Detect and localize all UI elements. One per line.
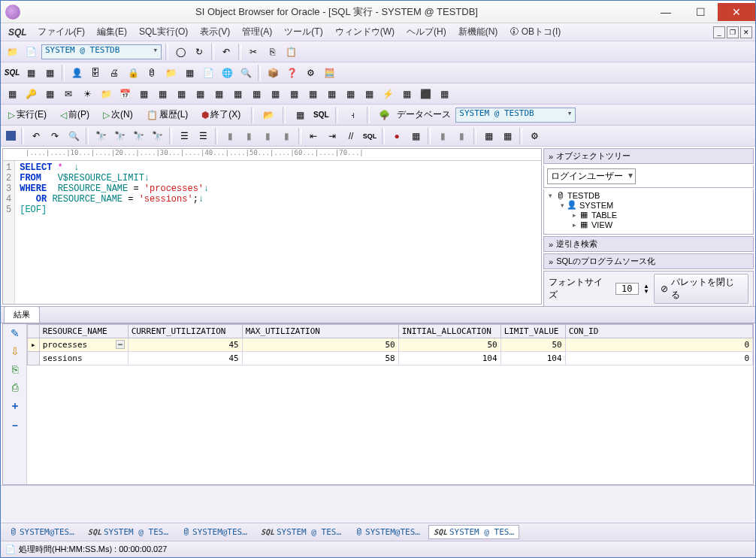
tool-icon[interactable]: ▦ <box>154 86 171 102</box>
cell-ellipsis-button[interactable]: ⋯ <box>116 340 124 349</box>
cell[interactable]: 104 <box>500 352 565 365</box>
login-user-combo[interactable]: ログインユーザー <box>547 168 636 184</box>
window-tab[interactable]: 🛢SYSTEM@TES… <box>177 525 253 539</box>
tree-db[interactable]: TESTDB <box>567 191 600 200</box>
calc-icon[interactable]: 🧮 <box>321 65 337 81</box>
stop-icon[interactable]: ⬛ <box>417 86 434 102</box>
open-icon[interactable]: 📂 <box>260 107 277 123</box>
object-tree[interactable]: ▾🛢TESTDB ▾👤SYSTEM ▸▦TABLE ▸▦VIEW <box>543 190 754 235</box>
connect-button[interactable]: 📁 <box>4 44 20 60</box>
window-tab[interactable]: 🛢SYSTEM@TES… <box>349 525 425 539</box>
col-limit-value[interactable]: LIMIT_VALUE <box>500 325 565 338</box>
copy-button[interactable]: ⎘ <box>264 44 280 60</box>
folder-icon[interactable]: 📁 <box>98 86 114 102</box>
tree-schema[interactable]: SYSTEM <box>579 201 613 210</box>
cell[interactable]: 58 <box>242 352 398 365</box>
binoculars-icon[interactable]: 🔭 <box>111 128 128 144</box>
mdi-restore-button[interactable]: ❐ <box>727 26 739 38</box>
tool-icon[interactable]: ▦ <box>361 86 377 102</box>
edit-icon[interactable]: ✎ <box>11 327 20 339</box>
mdi-close-button[interactable]: ✕ <box>740 26 752 38</box>
code-editor[interactable]: 12345 SELECT * ↓ FROM V$RESOURCE_LIMIT↓ … <box>3 161 541 304</box>
block-icon[interactable]: ▮ <box>240 128 257 144</box>
cell[interactable]: sessions <box>39 352 128 365</box>
cell[interactable]: 45 <box>128 338 242 352</box>
menu-sqlexec[interactable]: SQL実行(O) <box>133 24 194 40</box>
cell[interactable]: 50 <box>500 338 565 352</box>
object-tree-header[interactable]: »オブジェクトツリー <box>543 148 754 164</box>
print-icon[interactable]: 🖨 <box>106 65 122 81</box>
end-button[interactable]: ⬢終了(X) <box>197 107 245 123</box>
database-combo[interactable]: SYSTEM @ TESTDB <box>455 108 576 123</box>
filter-icon[interactable]: ⫞ <box>344 107 361 123</box>
tool-icon[interactable]: ▦ <box>4 86 20 102</box>
window-tab[interactable]: 🛢SYSTEM@TES… <box>4 525 80 539</box>
col-current-util[interactable]: CURRENT_UTILIZATION <box>128 325 242 338</box>
tool-icon[interactable]: ▦ <box>342 86 358 102</box>
close-button[interactable]: ✕ <box>718 3 755 21</box>
menu-file[interactable]: ファイル(F) <box>32 24 91 40</box>
window-tab[interactable]: SQLSYSTEM @ TES… <box>256 525 346 539</box>
tree-icon[interactable]: 🌳 <box>376 107 392 123</box>
grid-icon[interactable]: ▦ <box>292 107 308 123</box>
col-resource-name[interactable]: RESOURCE_NAME <box>39 325 128 338</box>
connection-combo[interactable]: SYSTEM @ TESTDB <box>41 44 162 59</box>
binoculars-icon[interactable]: 🔭 <box>149 128 165 144</box>
tool-icon[interactable]: ▦ <box>41 65 58 81</box>
menu-tools[interactable]: ツール(T) <box>278 24 328 40</box>
close-palette-button[interactable]: ⊘パレットを閉じる <box>654 274 748 304</box>
save-icon[interactable] <box>4 129 17 143</box>
remove-icon[interactable]: － <box>10 419 20 432</box>
cylinder-icon[interactable]: 🛢 <box>144 65 160 81</box>
binoculars-icon[interactable]: 🔭 <box>92 128 109 144</box>
gear-icon[interactable]: ⚙ <box>302 65 319 81</box>
calendar-icon[interactable]: 📅 <box>116 86 133 102</box>
tool-icon[interactable]: ▦ <box>436 86 452 102</box>
exec-button[interactable]: ▷実行(E) <box>4 107 51 123</box>
mdi-minimize-button[interactable]: _ <box>713 26 725 38</box>
add-icon[interactable]: ＋ <box>10 399 20 413</box>
tool-icon[interactable]: ▦ <box>267 86 283 102</box>
history-button[interactable]: 📋履歴(L) <box>142 107 193 123</box>
tool-icon[interactable]: ▦ <box>499 128 516 144</box>
outdent-icon[interactable]: ⇥ <box>324 128 340 144</box>
key-icon[interactable]: 🔑 <box>23 86 39 102</box>
comment-icon[interactable]: // <box>343 128 359 144</box>
tree-table[interactable]: TABLE <box>591 211 617 220</box>
menu-window[interactable]: ウィンドウ(W) <box>329 24 401 40</box>
tool-icon[interactable]: ▦ <box>286 86 302 102</box>
block-icon[interactable]: ▮ <box>259 128 276 144</box>
paste-button[interactable]: 📋 <box>283 44 299 60</box>
block-icon[interactable]: ▮ <box>278 128 295 144</box>
tool-icon[interactable]: ▦ <box>248 86 265 102</box>
result-grid[interactable]: RESOURCE_NAME CURRENT_UTILIZATION MAX_UT… <box>27 324 753 484</box>
gear-icon[interactable]: ⚙ <box>526 128 543 144</box>
indent-icon[interactable]: ⇤ <box>305 128 322 144</box>
record-icon[interactable]: ● <box>389 128 405 144</box>
cell[interactable]: processes⋯ <box>39 338 128 352</box>
window-tab-active[interactable]: SQLSYSTEM @ TES… <box>428 525 519 539</box>
next-button[interactable]: ▷次(N) <box>98 107 138 123</box>
list-icon[interactable]: ☰ <box>195 128 211 144</box>
tool-icon[interactable]: ▦ <box>323 86 340 102</box>
tool-icon[interactable]: ▦ <box>23 65 39 81</box>
cell[interactable]: 0 <box>565 338 752 352</box>
folder-icon[interactable]: 📁 <box>162 65 179 81</box>
cell[interactable]: 50 <box>242 338 398 352</box>
cell[interactable]: 104 <box>398 352 500 365</box>
tool-icon[interactable]: ▦ <box>173 86 189 102</box>
list-icon[interactable]: ☰ <box>176 128 192 144</box>
package-icon[interactable]: 📦 <box>265 65 281 81</box>
menu-obtoko[interactable]: 🛈 OBトコ(I) <box>503 24 567 40</box>
redo-icon[interactable]: ↷ <box>47 128 63 144</box>
sun-icon[interactable]: ☀ <box>79 86 95 102</box>
tool-icon[interactable]: ▦ <box>398 86 415 102</box>
window-tab[interactable]: SQLSYSTEM @ TES… <box>83 525 174 539</box>
tool-icon[interactable]: ▦ <box>229 86 246 102</box>
disconnect-button[interactable]: 📄 <box>23 44 39 60</box>
tool-icon[interactable]: ▦ <box>304 86 321 102</box>
menu-edit[interactable]: 編集(E) <box>91 24 133 40</box>
minimize-button[interactable]: — <box>649 3 683 21</box>
undo-icon[interactable]: ↶ <box>28 128 44 144</box>
sql-format-icon[interactable]: SQL <box>361 128 378 144</box>
